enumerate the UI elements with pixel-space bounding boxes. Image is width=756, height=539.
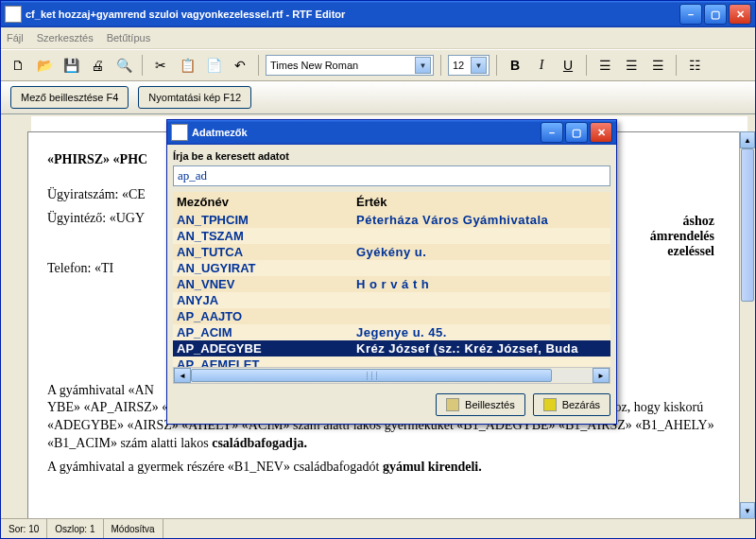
cell-value: H o r v á t h: [356, 277, 607, 291]
font-name-value: Times New Roman: [270, 60, 358, 71]
statusbar: Sor: 10 Oszlop: 1 Módosítva: [1, 518, 755, 538]
bullets-icon[interactable]: ☷: [683, 54, 706, 77]
insert-field-button[interactable]: Mező beillesztése F4: [10, 86, 129, 109]
underline-button[interactable]: U: [557, 54, 579, 77]
print-preview-button[interactable]: Nyomtatási kép F12: [138, 86, 251, 109]
scroll-down-icon[interactable]: ▼: [740, 502, 755, 519]
new-icon[interactable]: 🗋: [7, 54, 29, 77]
table-row[interactable]: ANYJA: [173, 292, 610, 308]
cell-field: AP_AEMELET: [177, 357, 356, 367]
close-button[interactable]: ✕: [729, 4, 751, 25]
status-state: Módosítva: [104, 519, 163, 538]
horizontal-scrollbar[interactable]: ◄ ┊┊┊ ►: [173, 367, 610, 384]
cell-field: ANYJA: [177, 293, 356, 307]
save-icon[interactable]: 💾: [60, 54, 82, 77]
table-row[interactable]: AP_ACIMJegenye u. 45.: [173, 324, 610, 340]
search-input[interactable]: [173, 165, 610, 186]
table-row[interactable]: AN_TUTCAGyékény u.: [173, 244, 610, 260]
paste-icon[interactable]: 📄: [202, 54, 225, 77]
maximize-button[interactable]: ▢: [704, 4, 727, 25]
table-row[interactable]: AP_AAJTO: [173, 308, 610, 324]
open-icon[interactable]: 📂: [33, 54, 56, 77]
titlebar: cf_ket hozzaj+gyamrend szuloi vagyonkeze…: [1, 1, 755, 27]
italic-button[interactable]: I: [530, 54, 553, 77]
cell-value: [356, 357, 607, 367]
menu-file[interactable]: Fájl: [7, 32, 24, 43]
cell-field: AP_AAJTO: [177, 309, 356, 323]
doc-text: A gyámhivatal a gyermek részére «B1_NEV»…: [47, 459, 724, 477]
cell-value: Kréz József (sz.: Kréz József, Buda: [356, 341, 607, 356]
scroll-right-icon[interactable]: ►: [593, 368, 610, 383]
bold-button[interactable]: B: [504, 54, 526, 77]
cell-value: Péterháza Város Gyámhivatala: [356, 213, 607, 227]
font-size-combo[interactable]: 12 ▼: [448, 55, 490, 76]
status-row: Sor: 10: [1, 519, 47, 538]
align-center-icon[interactable]: ☰: [620, 54, 643, 77]
preview-icon[interactable]: 🔍: [112, 54, 135, 77]
status-col: Oszlop: 1: [47, 519, 103, 538]
copy-icon[interactable]: 📋: [176, 54, 198, 77]
cell-value: [356, 261, 607, 275]
scroll-left-icon[interactable]: ◄: [174, 368, 191, 383]
font-size-value: 12: [453, 60, 464, 71]
dialog-prompt: Írja be a keresett adatot: [173, 150, 610, 162]
cell-field: AN_TSZAM: [177, 229, 356, 243]
dialog-title: Adatmezők: [192, 127, 541, 138]
font-name-combo[interactable]: Times New Roman ▼: [266, 55, 434, 76]
fields-grid: Mezőnév Érték AN_TPHCIMPéterháza Város G…: [173, 192, 610, 384]
cell-field: AP_ADEGYBE: [177, 341, 356, 356]
toolbar: 🗋 📂 💾 🖨 🔍 ✂ 📋 📄 ↶ Times New Roman ▼ 12 ▼…: [1, 49, 755, 81]
table-row[interactable]: AN_TPHCIMPéterháza Város Gyámhivatala: [173, 212, 610, 228]
app-icon: [5, 6, 22, 23]
scroll-up-icon[interactable]: ▲: [740, 131, 755, 148]
fields-dialog: Adatmezők – ▢ ✕ Írja be a keresett adato…: [166, 119, 617, 425]
undo-icon[interactable]: ↶: [229, 54, 251, 77]
dialog-close-button[interactable]: ✕: [590, 122, 612, 143]
cell-field: AP_ACIM: [177, 325, 356, 339]
table-row[interactable]: AP_AEMELET: [173, 356, 610, 367]
cell-value: [356, 293, 607, 307]
chevron-down-icon[interactable]: ▼: [415, 57, 431, 74]
window-title: cf_ket hozzaj+gyamrend szuloi vagyonkeze…: [26, 9, 679, 20]
door-icon: [543, 398, 557, 411]
align-right-icon[interactable]: ☰: [646, 54, 669, 77]
scrollbar-thumb[interactable]: ┊┊┊: [191, 369, 552, 382]
table-row[interactable]: AN_UGYIRAT: [173, 260, 610, 276]
menu-edit[interactable]: Szerkesztés: [37, 32, 94, 43]
cell-field: AN_UGYIRAT: [177, 261, 356, 275]
dialog-icon: [171, 124, 188, 141]
col-header-value[interactable]: Érték: [356, 195, 387, 209]
cell-field: AN_VNEV: [177, 277, 356, 291]
cell-field: AN_TPHCIM: [177, 213, 356, 227]
table-row[interactable]: AN_TSZAM: [173, 228, 610, 244]
close-button[interactable]: Bezárás: [533, 393, 610, 416]
cell-value: [356, 229, 607, 243]
dialog-maximize-button[interactable]: ▢: [565, 122, 588, 143]
table-row[interactable]: AP_ADEGYBEKréz József (sz.: Kréz József,…: [173, 340, 610, 356]
menubar: Fájl Szerkesztés Betűtípus: [1, 27, 755, 49]
scrollbar-thumb[interactable]: [741, 148, 754, 302]
cell-value: [356, 309, 607, 323]
vertical-scrollbar[interactable]: ▲ ▼: [739, 131, 755, 519]
col-header-field[interactable]: Mezőnév: [177, 195, 356, 209]
paste-icon: [446, 398, 459, 411]
chevron-down-icon[interactable]: ▼: [471, 57, 487, 74]
cell-value: Jegenye u. 45.: [356, 325, 607, 339]
table-row[interactable]: AN_VNEVH o r v á t h: [173, 276, 610, 292]
print-icon[interactable]: 🖨: [86, 54, 109, 77]
align-left-icon[interactable]: ☰: [593, 54, 616, 77]
cut-icon[interactable]: ✂: [149, 54, 172, 77]
minimize-button[interactable]: –: [679, 4, 702, 25]
cell-field: AN_TUTCA: [177, 245, 356, 259]
menu-font[interactable]: Betűtípus: [107, 32, 150, 43]
insert-button[interactable]: Beillesztés: [436, 393, 525, 416]
dialog-minimize-button[interactable]: –: [541, 122, 563, 143]
cell-value: Gyékény u.: [356, 245, 607, 259]
subbar: Mező beillesztése F4 Nyomtatási kép F12: [1, 81, 755, 114]
